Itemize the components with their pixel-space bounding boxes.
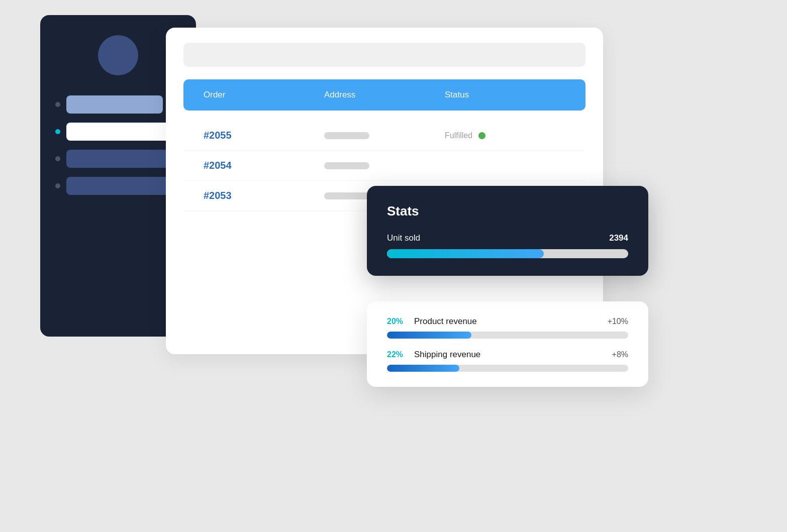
stats-title: Stats bbox=[387, 203, 628, 219]
status-cell: Fulfilled bbox=[445, 131, 565, 140]
sidebar-dot-4 bbox=[55, 183, 60, 188]
sidebar-bar-1 bbox=[66, 95, 163, 114]
placeholder-bar bbox=[324, 162, 369, 169]
column-address: Address bbox=[324, 90, 445, 100]
avatar bbox=[98, 35, 138, 75]
sidebar-item-4[interactable] bbox=[55, 177, 181, 195]
unit-sold-progress-fill bbox=[387, 249, 544, 258]
sidebar-nav bbox=[55, 95, 181, 195]
stats-unit-sold-row: Unit sold 2394 bbox=[387, 233, 628, 243]
column-order: Order bbox=[204, 90, 324, 100]
product-revenue-row: 20% Product revenue +10% bbox=[387, 316, 628, 327]
address-cell bbox=[324, 162, 445, 169]
order-id: #2053 bbox=[204, 190, 324, 201]
fulfilled-dot bbox=[478, 132, 485, 139]
unit-sold-progress-track bbox=[387, 249, 628, 258]
shipping-revenue-row: 22% Shipping revenue +8% bbox=[387, 350, 628, 360]
placeholder-bar bbox=[324, 132, 369, 139]
product-revenue-pct: 20% bbox=[387, 317, 406, 326]
table-header: Order Address Status bbox=[183, 79, 585, 111]
unit-sold-label: Unit sold bbox=[387, 233, 420, 243]
sidebar-bar-2 bbox=[66, 123, 181, 141]
table-row[interactable]: #2054 bbox=[183, 151, 585, 181]
product-revenue-label: Product revenue bbox=[414, 316, 600, 327]
address-cell bbox=[324, 132, 445, 139]
placeholder-bar bbox=[324, 192, 369, 199]
sidebar-item-3[interactable] bbox=[55, 150, 181, 168]
product-revenue-change: +10% bbox=[608, 317, 628, 326]
table-row[interactable]: #2055 Fulfilled bbox=[183, 121, 585, 151]
sidebar-item-1[interactable] bbox=[55, 95, 181, 114]
revenue-card: 20% Product revenue +10% 22% Shipping re… bbox=[367, 301, 648, 387]
sidebar-dot-2 bbox=[55, 129, 60, 134]
sidebar-bar-3 bbox=[66, 150, 181, 168]
shipping-revenue-pct: 22% bbox=[387, 350, 406, 359]
sidebar-item-2[interactable] bbox=[55, 123, 181, 141]
stats-card: Stats Unit sold 2394 bbox=[367, 186, 648, 276]
unit-sold-value: 2394 bbox=[609, 233, 628, 243]
product-revenue-fill bbox=[387, 332, 471, 339]
product-revenue-track bbox=[387, 332, 628, 339]
column-status: Status bbox=[445, 90, 565, 100]
shipping-revenue-fill bbox=[387, 365, 459, 372]
shipping-revenue-change: +8% bbox=[612, 350, 628, 359]
sidebar-dot-3 bbox=[55, 156, 60, 161]
search-bar[interactable] bbox=[183, 43, 585, 67]
status-text: Fulfilled bbox=[445, 131, 472, 140]
order-id: #2055 bbox=[204, 130, 324, 141]
sidebar-dot-1 bbox=[55, 102, 60, 107]
shipping-revenue-track bbox=[387, 365, 628, 372]
shipping-revenue-label: Shipping revenue bbox=[414, 350, 604, 360]
sidebar-bar-4 bbox=[66, 177, 181, 195]
order-id: #2054 bbox=[204, 160, 324, 171]
